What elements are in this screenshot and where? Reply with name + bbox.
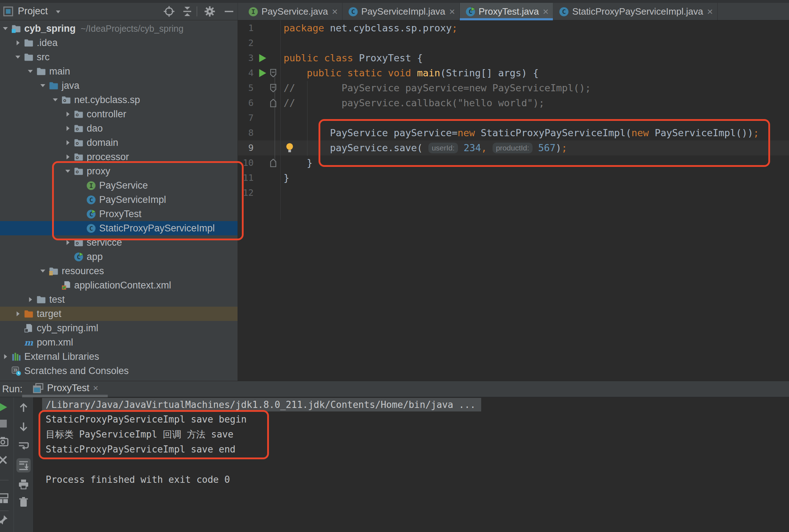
run-tab-underline <box>22 395 108 397</box>
tree-item-staticproxypayserviceimpl[interactable]: CStaticProxyPayServiceImpl <box>0 221 238 235</box>
tree-item-label: .idea <box>37 37 58 48</box>
tree-item-proxytest[interactable]: CProxyTest <box>0 207 238 221</box>
tree-item-label: net.cybclass.sp <box>74 94 140 106</box>
chevron-right-icon[interactable] <box>64 124 74 132</box>
pin-icon[interactable] <box>0 514 9 526</box>
editor-tab-payservice-java[interactable]: IPayService.java× <box>243 3 342 20</box>
tree-item-dao[interactable]: dao <box>0 121 238 135</box>
tree-item-src[interactable]: src <box>0 50 238 64</box>
run-tab-proxytest[interactable]: ProxyTest × <box>33 383 98 394</box>
project-tree-panel[interactable]: cyb_spring~/IdeaProjects/cyb_spring.idea… <box>0 20 238 381</box>
run-gutter-icon[interactable] <box>257 68 268 78</box>
tree-item-net-cybclass-sp[interactable]: net.cybclass.sp <box>0 93 238 107</box>
chevron-right-icon[interactable] <box>26 296 36 303</box>
chevron-right-icon[interactable] <box>1 353 11 360</box>
chevron-right-icon[interactable] <box>64 110 74 118</box>
tree-item-main[interactable]: main <box>0 64 238 78</box>
code-text: PayService payService=new StaticProxyPay… <box>284 126 759 140</box>
hide-panel-icon[interactable] <box>223 6 235 17</box>
tab-label: PayService.java <box>261 6 328 17</box>
chevron-right-icon[interactable] <box>64 239 74 246</box>
run-gutter-icon[interactable] <box>257 53 268 63</box>
tool-window-icon[interactable] <box>3 6 14 17</box>
package-icon <box>74 238 83 247</box>
print-icon[interactable] <box>18 479 29 490</box>
folder-icon <box>36 295 46 305</box>
up-icon[interactable] <box>18 402 29 413</box>
gear-icon[interactable] <box>204 6 215 17</box>
fold-open-icon[interactable] <box>269 83 278 93</box>
fold-close-icon[interactable] <box>269 98 278 108</box>
softwrap-icon[interactable] <box>18 440 29 451</box>
tree-item-target[interactable]: target <box>0 307 238 321</box>
chevron-down-icon[interactable] <box>26 67 36 75</box>
line-number: 11 <box>238 170 254 185</box>
kill-icon[interactable] <box>0 454 9 466</box>
run-tab-label: ProxyTest <box>47 383 90 394</box>
tree-item-controller[interactable]: controller <box>0 107 238 121</box>
close-icon[interactable]: × <box>707 8 713 15</box>
tree-item-java[interactable]: java <box>0 78 238 93</box>
console-line: StaticProxyPayServiceImpl save end <box>46 443 235 456</box>
tree-item-proxy[interactable]: proxy <box>0 164 238 178</box>
console-line: StaticProxyPayServiceImpl save begin <box>46 413 247 426</box>
project-dropdown-label[interactable]: Project <box>18 6 48 17</box>
editor-tab-proxytest-java[interactable]: CProxyTest.java× <box>460 3 553 20</box>
tree-item-label: target <box>37 308 61 319</box>
chevron-down-icon[interactable] <box>39 267 49 275</box>
collapse-all-icon[interactable] <box>182 6 193 17</box>
chevron-down-icon[interactable] <box>54 8 62 16</box>
tree-item-test[interactable]: test <box>0 292 238 307</box>
chevron-down-icon[interactable] <box>64 167 74 175</box>
fold-close-icon[interactable] <box>269 158 278 168</box>
chevron-right-icon[interactable] <box>14 310 24 318</box>
scroll-end-icon[interactable] <box>16 458 31 472</box>
console-line: 目标类 PayServiceImpl 回调 方法 save <box>46 428 233 441</box>
chevron-down-icon[interactable] <box>1 25 11 32</box>
tree-item-applicationcontext-xml[interactable]: applicationContext.xml <box>0 278 238 292</box>
tree-item-external-libraries[interactable]: External Libraries <box>0 349 238 364</box>
code-line-6: 6// payService.callback("hello world"); <box>238 96 789 111</box>
code-text: } <box>284 155 312 170</box>
chevron-right-icon[interactable] <box>64 139 74 147</box>
code-text: } <box>284 170 289 185</box>
clear-icon[interactable] <box>18 496 29 508</box>
chevron-down-icon[interactable] <box>14 53 24 61</box>
camera-icon[interactable] <box>0 436 9 447</box>
tree-item-app[interactable]: Capp <box>0 250 238 264</box>
tree-item-domain[interactable]: domain <box>0 135 238 150</box>
tree-item-payservice[interactable]: IPayService <box>0 178 238 193</box>
close-icon[interactable]: × <box>332 8 337 15</box>
chevron-down-icon[interactable] <box>51 96 61 104</box>
tree-item-resources[interactable]: resources <box>0 264 238 278</box>
code-line-5: 5// PayService payService=new PayService… <box>238 81 789 96</box>
run-header: Run: ProxyTest × <box>0 381 789 397</box>
tree-item-cyb-spring[interactable]: cyb_spring~/IdeaProjects/cyb_spring <box>0 21 238 36</box>
editor-panel[interactable]: 1package net.cybclass.sp.proxy;23public … <box>238 20 789 381</box>
svg-text:C: C <box>351 8 355 15</box>
rerun-icon[interactable] <box>0 401 9 413</box>
down-icon[interactable] <box>18 421 29 433</box>
tree-item-idea[interactable]: .idea <box>0 36 238 50</box>
editor-tab-staticproxypayserviceimpl-java[interactable]: CStaticProxyPayServiceImpl.java× <box>553 3 717 20</box>
tree-item-servicce[interactable]: servicce <box>0 235 238 250</box>
toolbar-divider <box>0 511 9 511</box>
layout-icon[interactable] <box>0 493 9 504</box>
tree-item-processor[interactable]: processor <box>0 150 238 164</box>
tree-item-scratches-and-consoles[interactable]: Scratches and Consoles <box>0 364 238 378</box>
close-icon[interactable]: × <box>543 8 549 15</box>
tree-item-cyb-spring-iml[interactable]: cyb_spring.iml <box>0 321 238 335</box>
close-icon[interactable]: × <box>93 383 98 394</box>
chevron-down-icon[interactable] <box>39 82 49 89</box>
close-icon[interactable]: × <box>449 8 455 15</box>
console-output[interactable]: /Library/Java/JavaVirtualMachines/jdk1.8… <box>34 397 789 532</box>
stop-icon[interactable] <box>0 418 9 429</box>
chevron-right-icon[interactable] <box>14 39 24 47</box>
tree-item-label: ProxyTest <box>99 209 142 220</box>
chevron-right-icon[interactable] <box>64 153 74 161</box>
tree-item-payserviceimpl[interactable]: CPayServiceImpl <box>0 193 238 207</box>
editor-tab-payserviceimpl-java[interactable]: CPayServiceImpl.java× <box>342 3 460 20</box>
tree-item-pom-xml[interactable]: mpom.xml <box>0 335 238 349</box>
fold-open-icon[interactable] <box>269 68 278 78</box>
locate-file-icon[interactable] <box>163 6 175 17</box>
